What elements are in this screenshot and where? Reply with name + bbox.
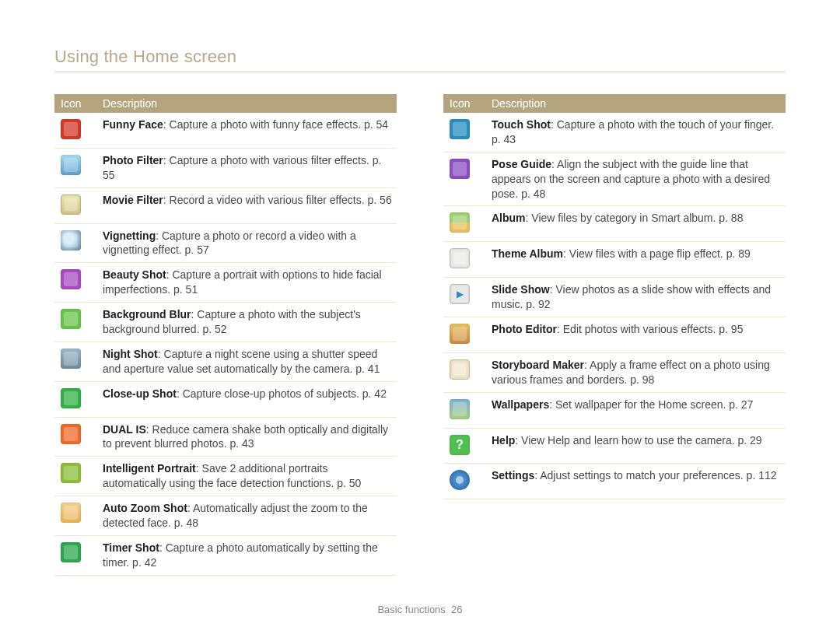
photo-editor-icon	[450, 324, 470, 344]
storyboard-maker-icon	[450, 359, 470, 380]
feature-title: Settings	[492, 469, 534, 482]
feature-title: Album	[492, 212, 526, 224]
description-cell: Movie Filter: Record a video with variou…	[96, 187, 397, 223]
table-row: Help: View Help and learn how to use the…	[443, 428, 786, 464]
table-row: Intelligent Portrait: Save 2 additional …	[54, 457, 397, 496]
description-cell: Beauty Shot: Capture a portrait with opt…	[96, 263, 397, 303]
photo-filter-icon	[61, 155, 81, 175]
table-row: Album: View files by category in Smart a…	[443, 206, 786, 242]
background-blur-icon	[61, 309, 81, 329]
album-icon	[450, 212, 470, 233]
settings-icon	[450, 470, 470, 490]
feature-title: Theme Album	[492, 247, 563, 260]
auto-zoom-shot-icon	[61, 503, 81, 523]
feature-title: Photo Filter	[103, 154, 163, 166]
table-row: Timer Shot: Capture a photo automaticall…	[54, 535, 397, 575]
table-row: Theme Album: View files with a page flip…	[443, 242, 786, 278]
description-cell: Timer Shot: Capture a photo automaticall…	[96, 535, 397, 575]
table-row: Beauty Shot: Capture a portrait with opt…	[54, 263, 397, 303]
timer-shot-icon	[61, 542, 81, 562]
feature-text: : Edit photos with various effects. p. 9…	[557, 323, 743, 335]
description-cell: Pose Guide: Align the subject with the g…	[485, 152, 786, 206]
description-cell: Photo Filter: Capture a photo with vario…	[96, 148, 397, 187]
feature-title: Storyboard Maker	[492, 359, 584, 371]
feature-title: Night Shot	[103, 348, 158, 360]
intelligent-portrait-icon	[61, 463, 81, 483]
feature-text: : Capture close-up photos of subjects. p…	[177, 387, 387, 400]
feature-text: : Capture a photo with funny face effect…	[163, 118, 388, 131]
table-row: Storyboard Maker: Apply a frame effect o…	[443, 352, 786, 392]
feature-title: Intelligent Portrait	[103, 462, 196, 475]
table-row: Photo Editor: Edit photos with various e…	[443, 317, 786, 353]
feature-text: : View files with a page flip effect. p.…	[563, 247, 751, 260]
description-cell: Photo Editor: Edit photos with various e…	[485, 317, 786, 353]
feature-title: Auto Zoom Shot	[103, 502, 187, 514]
funny-face-icon	[61, 119, 81, 139]
description-cell: Theme Album: View files with a page flip…	[485, 242, 786, 278]
wallpapers-icon	[450, 399, 470, 419]
table-row: DUAL IS: Reduce camera shake both optica…	[54, 417, 397, 457]
right-column: Icon Description Touch Shot: Capture a p…	[443, 94, 786, 576]
description-cell: Slide Show: View photos as a slide show …	[485, 278, 786, 317]
table-row: Night Shot: Capture a night scene using …	[54, 342, 397, 381]
feature-title: DUAL IS	[103, 423, 146, 436]
table-row: Background Blur: Capture a photo with th…	[54, 303, 397, 342]
table-row: Slide Show: View photos as a slide show …	[443, 278, 786, 317]
icon-table-left: Icon Description Funny Face: Capture a p…	[54, 94, 397, 576]
description-cell: Album: View files by category in Smart a…	[485, 206, 786, 242]
theme-album-icon	[450, 248, 470, 268]
feature-text: : Set wallpaper for the Home screen. p. …	[549, 398, 753, 411]
feature-title: Beauty Shot	[103, 268, 166, 281]
feature-title: Photo Editor	[492, 323, 557, 335]
description-cell: Storyboard Maker: Apply a frame effect o…	[485, 352, 786, 392]
beauty-shot-icon	[61, 269, 81, 289]
touch-shot-icon	[450, 119, 470, 139]
feature-text: : Record a video with various filter eff…	[163, 194, 392, 206]
description-cell: Background Blur: Capture a photo with th…	[96, 303, 397, 342]
description-cell: Touch Shot: Capture a photo with the tou…	[485, 113, 786, 152]
night-shot-icon	[61, 349, 81, 369]
description-cell: Settings: Adjust settings to match your …	[485, 464, 786, 499]
slide-show-icon	[450, 284, 470, 304]
vignetting-icon	[61, 230, 81, 250]
page-title: Using the Home screen	[54, 47, 786, 67]
left-column: Icon Description Funny Face: Capture a p…	[54, 94, 397, 576]
col-header-icon: Icon	[54, 94, 96, 113]
description-cell: Wallpapers: Set wallpaper for the Home s…	[485, 392, 786, 428]
table-row: Photo Filter: Capture a photo with vario…	[54, 148, 397, 187]
feature-text: : Reduce camera shake both optically and…	[103, 423, 388, 450]
feature-title: Slide Show	[492, 283, 550, 296]
help-icon	[450, 435, 470, 455]
title-rule	[54, 72, 786, 72]
feature-text: : View Help and learn how to use the cam…	[515, 434, 761, 447]
table-row: Touch Shot: Capture a photo with the tou…	[443, 113, 786, 152]
feature-title: Wallpapers	[492, 398, 549, 411]
feature-title: Movie Filter	[103, 194, 163, 206]
description-cell: Night Shot: Capture a night scene using …	[96, 342, 397, 381]
feature-title: Background Blur	[103, 308, 191, 321]
feature-title: Touch Shot	[492, 118, 551, 131]
description-cell: Close-up Shot: Capture close-up photos o…	[96, 381, 397, 417]
footer-page: 26	[451, 604, 462, 615]
description-cell: Help: View Help and learn how to use the…	[485, 428, 786, 464]
description-cell: DUAL IS: Reduce camera shake both optica…	[96, 417, 397, 457]
movie-filter-icon	[61, 194, 81, 215]
table-row: Funny Face: Capture a photo with funny f…	[54, 113, 397, 148]
description-cell: Funny Face: Capture a photo with funny f…	[96, 113, 397, 148]
table-row: Movie Filter: Record a video with variou…	[54, 187, 397, 223]
feature-title: Timer Shot	[103, 541, 159, 554]
description-cell: Auto Zoom Shot: Automatically adjust the…	[96, 496, 397, 536]
feature-text: : View files by category in Smart album.…	[526, 212, 744, 224]
col-header-icon: Icon	[443, 94, 485, 113]
dual-is-icon	[61, 424, 81, 444]
description-cell: Intelligent Portrait: Save 2 additional …	[96, 457, 397, 496]
col-header-desc: Description	[96, 94, 397, 113]
feature-title: Help	[492, 434, 515, 447]
table-row: Vignetting: Capture a photo or record a …	[54, 223, 397, 263]
footer-section: Basic functions	[377, 604, 445, 615]
feature-title: Close-up Shot	[103, 387, 177, 400]
table-row: Pose Guide: Align the subject with the g…	[443, 152, 786, 206]
content-columns: Icon Description Funny Face: Capture a p…	[54, 94, 786, 576]
col-header-desc: Description	[485, 94, 786, 113]
page-footer: Basic functions 26	[0, 604, 840, 615]
